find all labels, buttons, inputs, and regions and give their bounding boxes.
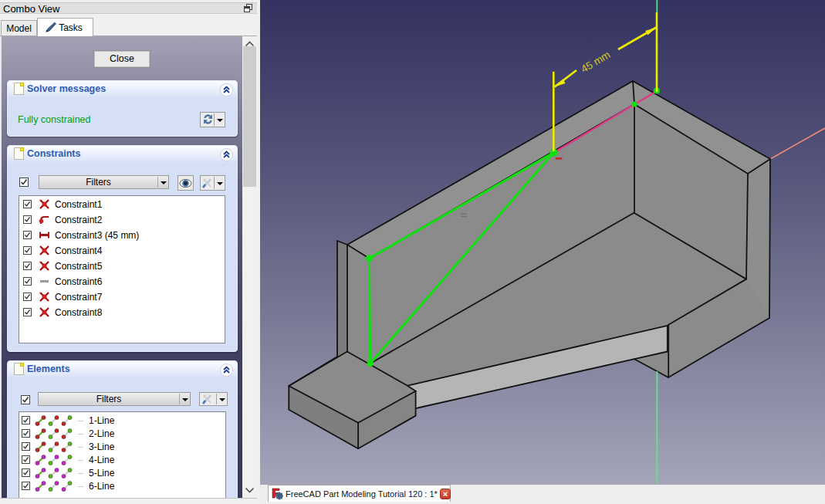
- svg-text:45 mm: 45 mm: [579, 49, 612, 75]
